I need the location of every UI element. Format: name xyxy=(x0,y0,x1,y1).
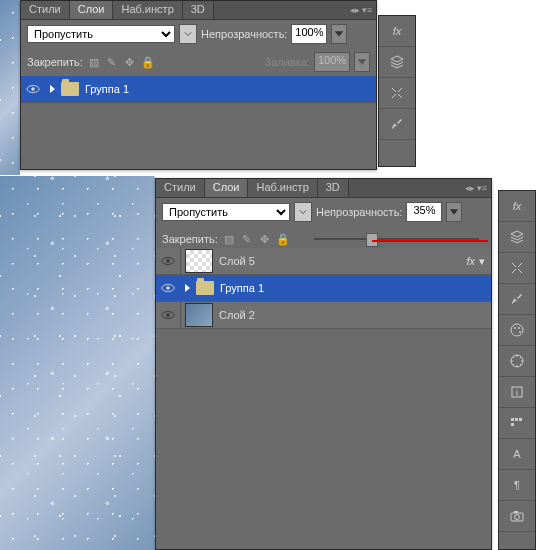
tab-3d-2[interactable]: 3D xyxy=(318,179,349,197)
adjustments-icon[interactable] xyxy=(499,408,535,439)
expand-icon-g1[interactable] xyxy=(185,284,190,292)
layers-panel-bottom: Стили Слои Наб.инстр 3D ◂▸▾≡ Пропустить … xyxy=(155,178,492,550)
tab-styles[interactable]: Стили xyxy=(21,1,70,19)
tab-styles-2[interactable]: Стили xyxy=(156,179,205,197)
svg-text:A: A xyxy=(513,448,521,460)
blend-dropdown-button-2[interactable] xyxy=(294,202,312,222)
lock-transparency-icon[interactable]: ▧ xyxy=(87,55,101,69)
text-icon[interactable]: A xyxy=(499,439,535,470)
layer-thumbnail[interactable] xyxy=(185,249,213,273)
svg-text:¶: ¶ xyxy=(514,479,520,491)
lock-pixels-icon[interactable]: ✎ xyxy=(105,55,119,69)
svg-rect-17 xyxy=(519,418,522,421)
opacity-flyout-button[interactable] xyxy=(331,24,347,44)
svg-point-1 xyxy=(31,87,35,91)
lock-all-icon-2[interactable]: 🔒 xyxy=(276,232,290,246)
fill-flyout-button[interactable] xyxy=(354,52,370,72)
camera-icon[interactable] xyxy=(499,501,535,532)
tools-icon-2[interactable] xyxy=(499,253,535,284)
layer-fx-indicator[interactable]: fx▾ xyxy=(466,255,491,268)
blend-mode-select-2[interactable]: Пропустить xyxy=(162,203,290,221)
brush-icon-2[interactable] xyxy=(499,284,535,315)
opacity-value[interactable]: 100% xyxy=(291,24,327,44)
panel-tabs-2: Стили Слои Наб.инстр 3D ◂▸▾≡ xyxy=(156,179,491,198)
tab-toolset-2[interactable]: Наб.инстр xyxy=(248,179,317,197)
svg-point-10 xyxy=(518,327,520,329)
opacity-slider[interactable] xyxy=(314,230,479,248)
layer-name-g1[interactable]: Группа 1 xyxy=(220,282,264,294)
fill-label: Заливка: xyxy=(265,56,310,68)
svg-point-22 xyxy=(515,515,520,520)
lock-label: Закрепить: xyxy=(27,56,83,68)
svg-text:i: i xyxy=(516,388,518,398)
info-icon[interactable]: i xyxy=(499,377,535,408)
layers-list: Группа 1 xyxy=(21,76,376,103)
expand-icon[interactable] xyxy=(50,85,55,93)
svg-point-11 xyxy=(519,331,521,333)
visibility-toggle-l2[interactable] xyxy=(156,302,181,328)
paragraph-icon[interactable]: ¶ xyxy=(499,470,535,501)
tab-layers[interactable]: Слои xyxy=(70,1,114,19)
lock-row-2: Закрепить: ▧ ✎ ✥ 🔒 xyxy=(156,226,491,248)
layer-2[interactable]: Слой 2 xyxy=(156,302,491,329)
panel-tabs: Стили Слои Наб.инстр 3D ◂▸▾≡ xyxy=(21,1,376,20)
compass-icon[interactable] xyxy=(499,346,535,377)
opacity-flyout-button-2[interactable] xyxy=(446,202,462,222)
layer-name-l2[interactable]: Слой 2 xyxy=(219,309,255,321)
layer-group-1-b[interactable]: Группа 1 xyxy=(156,275,491,302)
blend-opacity-row-2: Пропустить Непрозрачность: 35% xyxy=(156,198,491,226)
tab-toolset[interactable]: Наб.инстр xyxy=(113,1,182,19)
fill-value: 100% xyxy=(314,52,350,72)
layer-name-l5[interactable]: Слой 5 xyxy=(219,255,255,267)
visibility-toggle[interactable] xyxy=(21,76,46,102)
layer-thumbnail-l2[interactable] xyxy=(185,303,213,327)
right-toolstrip-bottom: fx i A ¶ xyxy=(498,190,536,550)
background-winter-top xyxy=(0,0,20,175)
layers-list-2: Слой 5 fx▾ Группа 1 Слой 2 xyxy=(156,248,491,329)
lock-position-icon[interactable]: ✥ xyxy=(123,55,137,69)
panel-menu-2[interactable]: ◂▸▾≡ xyxy=(465,179,491,197)
tab-layers-2[interactable]: Слои xyxy=(205,179,249,197)
visibility-toggle-l5[interactable] xyxy=(156,248,181,274)
svg-point-7 xyxy=(166,313,170,317)
svg-point-8 xyxy=(511,324,523,336)
svg-rect-16 xyxy=(515,418,518,421)
svg-point-5 xyxy=(166,286,170,290)
blend-opacity-row: Пропустить Непрозрачность: 100% xyxy=(21,20,376,48)
folder-icon-g1 xyxy=(196,281,214,295)
opacity-value-2[interactable]: 35% xyxy=(406,202,442,222)
fx-icon[interactable]: fx xyxy=(379,16,415,47)
lock-icons-group-2: ▧ ✎ ✥ 🔒 xyxy=(222,232,290,246)
panel-menu[interactable]: ◂▸▾≡ xyxy=(350,1,376,19)
right-toolstrip-top: fx xyxy=(378,15,416,167)
opacity-label: Непрозрачность: xyxy=(201,28,287,40)
lock-transparency-icon-2[interactable]: ▧ xyxy=(222,232,236,246)
lock-fill-row: Закрепить: ▧ ✎ ✥ 🔒 Заливка: 100% xyxy=(21,48,376,76)
lock-icons-group: ▧ ✎ ✥ 🔒 xyxy=(87,55,155,69)
opacity-label-2: Непрозрачность: xyxy=(316,206,402,218)
folder-icon xyxy=(61,82,79,96)
lock-all-icon[interactable]: 🔒 xyxy=(141,55,155,69)
lock-pixels-icon-2[interactable]: ✎ xyxy=(240,232,254,246)
fx-icon-2[interactable]: fx xyxy=(499,191,535,222)
svg-point-9 xyxy=(514,327,516,329)
background-winter-left xyxy=(0,176,155,550)
blend-dropdown-button[interactable] xyxy=(179,24,197,44)
svg-point-3 xyxy=(166,259,170,263)
visibility-toggle-g1[interactable] xyxy=(156,275,181,301)
layers-stack-icon-2[interactable] xyxy=(499,222,535,253)
layer-5[interactable]: Слой 5 fx▾ xyxy=(156,248,491,275)
tab-3d[interactable]: 3D xyxy=(183,1,214,19)
svg-rect-18 xyxy=(511,423,514,426)
layers-stack-icon[interactable] xyxy=(379,47,415,78)
annotation-red-underline xyxy=(372,240,488,242)
layer-group-1[interactable]: Группа 1 xyxy=(21,76,376,103)
lock-position-icon-2[interactable]: ✥ xyxy=(258,232,272,246)
tools-icon[interactable] xyxy=(379,78,415,109)
blend-mode-select[interactable]: Пропустить xyxy=(27,25,175,43)
layers-panel-top: Стили Слои Наб.инстр 3D ◂▸▾≡ Пропустить … xyxy=(20,0,377,170)
brush-icon[interactable] xyxy=(379,109,415,140)
layer-name[interactable]: Группа 1 xyxy=(85,83,129,95)
palette-icon[interactable] xyxy=(499,315,535,346)
lock-label-2: Закрепить: xyxy=(162,233,218,245)
